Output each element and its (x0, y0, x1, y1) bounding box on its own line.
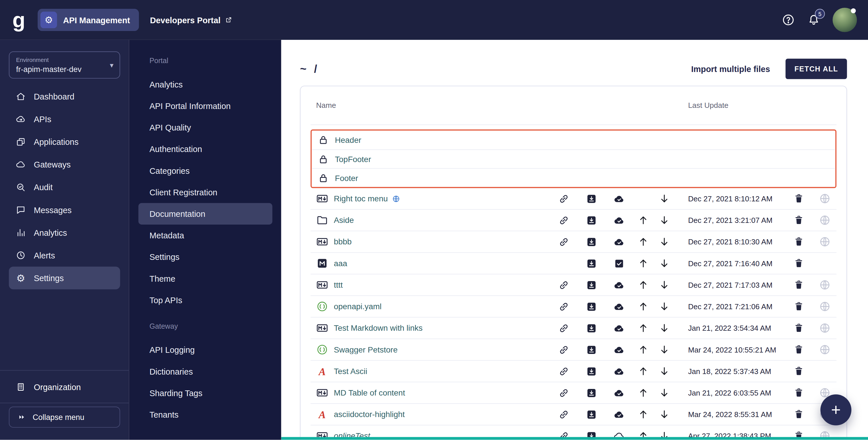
sidebar-item-audit[interactable]: Audit (9, 176, 120, 199)
submenu-item-settings[interactable]: Settings (138, 246, 272, 268)
delete-button[interactable] (786, 344, 812, 356)
sidebar-item-organization[interactable]: Organization (0, 371, 129, 403)
document-link[interactable]: MD Table of content (334, 388, 405, 397)
document-link[interactable]: Footer (335, 173, 358, 182)
delete-button[interactable] (786, 236, 812, 247)
document-link[interactable]: bbbb (334, 237, 352, 246)
publish-status-button[interactable] (605, 214, 632, 226)
delete-button[interactable] (786, 258, 812, 269)
move-down-button[interactable] (654, 322, 675, 334)
submenu-item-dictionaries[interactable]: Dictionaries (138, 361, 272, 382)
document-link[interactable]: asciidoctor-highlight (334, 410, 405, 419)
delete-button[interactable] (786, 409, 812, 420)
collapse-menu-button[interactable]: Collapse menu (9, 407, 120, 428)
save-page-button[interactable] (578, 279, 605, 291)
table-row[interactable]: openapi.yamlDec 27, 2021 7:21:06 AM (311, 296, 836, 317)
submenu-item-api-logging[interactable]: API Logging (138, 339, 272, 361)
table-row[interactable]: Swagger PetstoreMar 24, 2022 10:55:21 AM (311, 339, 836, 361)
delete-button[interactable] (786, 323, 812, 334)
copy-resource-link-button[interactable] (550, 387, 577, 399)
table-row[interactable]: ATest AsciiJan 18, 2022 5:37:43 AM (311, 361, 836, 382)
copy-resource-link-button[interactable] (550, 365, 577, 377)
sidebar-item-dashboard[interactable]: Dashboard (9, 85, 120, 108)
submenu-item-api-portal-information[interactable]: API Portal Information (138, 95, 272, 117)
environment-select[interactable]: Environment fr-apim-master-dev ▾ (9, 52, 120, 78)
api-management-button[interactable]: ⚙ API Management (38, 9, 139, 31)
sidebar-item-applications[interactable]: Applications (9, 131, 120, 153)
submenu-item-categories[interactable]: Categories (138, 160, 272, 181)
move-up-button[interactable] (632, 408, 654, 420)
save-page-button[interactable] (578, 193, 605, 204)
document-link[interactable]: Test Markdown with links (334, 324, 423, 332)
table-row[interactable]: Aasciidoctor-highlightMar 24, 2022 8:55:… (311, 404, 836, 426)
delete-button[interactable] (786, 279, 812, 291)
sidebar-item-analytics[interactable]: Analytics (9, 221, 120, 244)
publish-status-button[interactable] (605, 387, 632, 399)
help-icon[interactable] (782, 13, 795, 26)
developers-portal-link[interactable]: Developers Portal (150, 15, 232, 25)
move-down-button[interactable] (654, 214, 675, 226)
submenu-item-sharding-tags[interactable]: Sharding Tags (138, 382, 272, 404)
sidebar-item-gateways[interactable]: Gateways (9, 153, 120, 176)
move-down-button[interactable] (654, 279, 675, 291)
save-page-button[interactable] (578, 408, 605, 420)
delete-button[interactable] (786, 301, 812, 312)
move-up-button[interactable] (632, 257, 654, 269)
table-row[interactable]: MD Table of contentJan 21, 2022 6:03:55 … (311, 382, 836, 404)
document-link[interactable]: Right toc menu (334, 194, 388, 203)
submenu-item-metadata[interactable]: Metadata (138, 225, 272, 246)
submenu-item-client-registration[interactable]: Client Registration (138, 181, 272, 203)
copy-resource-link-button[interactable] (550, 193, 577, 204)
publish-status-button[interactable] (605, 344, 632, 356)
save-page-button[interactable] (578, 387, 605, 399)
publish-status-button[interactable] (605, 408, 632, 420)
save-page-button[interactable] (578, 214, 605, 226)
save-page-button[interactable] (578, 365, 605, 377)
move-down-button[interactable] (654, 365, 675, 377)
sidebar-item-alerts[interactable]: Alerts (9, 244, 120, 267)
delete-button[interactable] (786, 214, 812, 226)
save-page-button[interactable] (578, 344, 605, 356)
copy-resource-link-button[interactable] (550, 344, 577, 356)
copy-resource-link-button[interactable] (550, 408, 577, 420)
copy-resource-link-button[interactable] (550, 279, 577, 291)
move-up-button[interactable] (632, 300, 654, 312)
delete-button[interactable] (786, 387, 812, 398)
move-down-button[interactable] (654, 300, 675, 312)
table-row[interactable]: Right toc menuDec 27, 2021 8:10:12 AM (311, 188, 836, 210)
table-row[interactable]: ttttDec 27, 2021 7:17:03 AM (311, 274, 836, 296)
submenu-item-authentication[interactable]: Authentication (138, 138, 272, 160)
submenu-item-api-quality[interactable]: API Quality (138, 117, 272, 138)
save-page-button[interactable] (578, 258, 605, 269)
move-down-button[interactable] (654, 344, 675, 356)
notifications-button[interactable]: 5 (807, 13, 820, 26)
submenu-item-top-apis[interactable]: Top APIs (138, 290, 272, 311)
delete-button[interactable] (786, 366, 812, 377)
document-link[interactable]: Aside (334, 216, 354, 225)
move-up-button[interactable] (632, 214, 654, 226)
sidebar-item-messages[interactable]: Messages (9, 199, 120, 221)
document-link[interactable]: Header (335, 136, 361, 144)
document-link[interactable]: TopFooter (335, 155, 371, 164)
publish-status-button[interactable] (605, 279, 632, 291)
copy-resource-link-button[interactable] (550, 322, 577, 334)
copy-resource-link-button[interactable] (550, 236, 577, 248)
save-page-button[interactable] (578, 322, 605, 334)
document-link[interactable]: openapi.yaml (334, 302, 381, 311)
move-up-button[interactable] (632, 322, 654, 334)
submenu-item-analytics[interactable]: Analytics (138, 74, 272, 95)
move-down-button[interactable] (654, 193, 675, 204)
document-link[interactable]: Test Ascii (334, 367, 367, 376)
publish-status-button[interactable] (605, 258, 632, 269)
publish-status-button[interactable] (605, 193, 632, 204)
gravitee-logo[interactable]: g (0, 9, 38, 30)
move-up-button[interactable] (632, 344, 654, 356)
fetch-all-button[interactable]: FETCH ALL (786, 59, 847, 79)
submenu-item-tenants[interactable]: Tenants (138, 404, 272, 426)
save-page-button[interactable] (578, 236, 605, 248)
publish-status-button[interactable] (605, 322, 632, 334)
import-multiple-files-link[interactable]: Import multiple files (691, 64, 770, 74)
add-page-button[interactable]: + (820, 395, 851, 426)
table-row[interactable]: Test Markdown with linksJan 21, 2022 3:5… (311, 317, 836, 339)
copy-resource-link-button[interactable] (550, 214, 577, 226)
